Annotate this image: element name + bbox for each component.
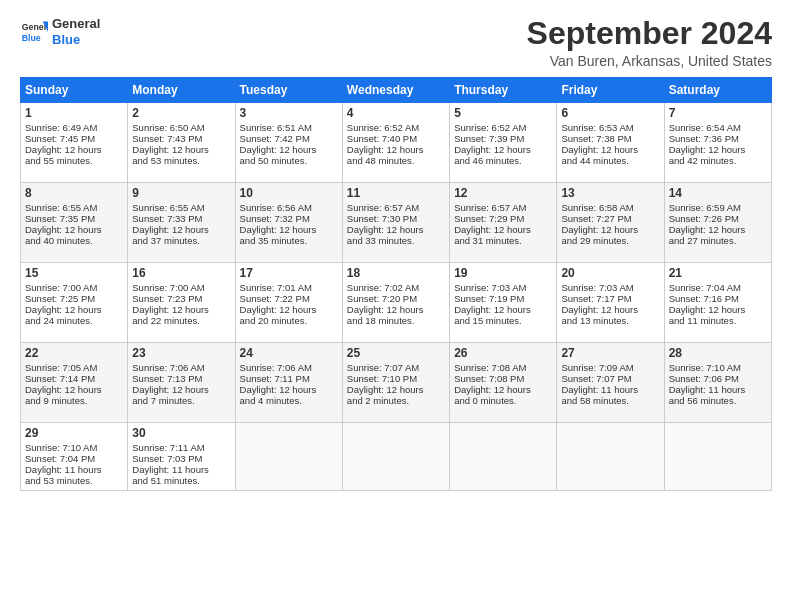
day-info: Daylight: 12 hours bbox=[132, 224, 230, 235]
table-row: 15Sunrise: 7:00 AMSunset: 7:25 PMDayligh… bbox=[21, 263, 128, 343]
day-number: 2 bbox=[132, 106, 230, 120]
day-info: Daylight: 12 hours bbox=[240, 304, 338, 315]
day-info: and 33 minutes. bbox=[347, 235, 445, 246]
day-info: Sunrise: 7:02 AM bbox=[347, 282, 445, 293]
day-number: 4 bbox=[347, 106, 445, 120]
day-info: Sunrise: 6:52 AM bbox=[347, 122, 445, 133]
day-info: Sunset: 7:43 PM bbox=[132, 133, 230, 144]
day-info: Sunset: 7:17 PM bbox=[561, 293, 659, 304]
location-title: Van Buren, Arkansas, United States bbox=[527, 53, 772, 69]
day-info: and 42 minutes. bbox=[669, 155, 767, 166]
table-row: 14Sunrise: 6:59 AMSunset: 7:26 PMDayligh… bbox=[664, 183, 771, 263]
day-info: Sunset: 7:13 PM bbox=[132, 373, 230, 384]
day-info: Sunset: 7:33 PM bbox=[132, 213, 230, 224]
day-info: Sunrise: 6:52 AM bbox=[454, 122, 552, 133]
day-info: Daylight: 12 hours bbox=[347, 224, 445, 235]
day-info: and 55 minutes. bbox=[25, 155, 123, 166]
day-info: and 7 minutes. bbox=[132, 395, 230, 406]
day-info: Sunrise: 7:10 AM bbox=[25, 442, 123, 453]
day-info: and 29 minutes. bbox=[561, 235, 659, 246]
table-row: 10Sunrise: 6:56 AMSunset: 7:32 PMDayligh… bbox=[235, 183, 342, 263]
day-number: 28 bbox=[669, 346, 767, 360]
day-info: Sunrise: 6:57 AM bbox=[454, 202, 552, 213]
table-row: 27Sunrise: 7:09 AMSunset: 7:07 PMDayligh… bbox=[557, 343, 664, 423]
day-number: 1 bbox=[25, 106, 123, 120]
day-info: and 31 minutes. bbox=[454, 235, 552, 246]
day-info: Daylight: 12 hours bbox=[454, 304, 552, 315]
day-number: 10 bbox=[240, 186, 338, 200]
day-info: and 51 minutes. bbox=[132, 475, 230, 486]
day-number: 12 bbox=[454, 186, 552, 200]
day-info: Sunset: 7:16 PM bbox=[669, 293, 767, 304]
day-info: Daylight: 12 hours bbox=[132, 144, 230, 155]
day-info: Daylight: 11 hours bbox=[132, 464, 230, 475]
day-info: Sunset: 7:04 PM bbox=[25, 453, 123, 464]
svg-text:Blue: Blue bbox=[22, 32, 41, 42]
day-info: Sunset: 7:06 PM bbox=[669, 373, 767, 384]
day-number: 8 bbox=[25, 186, 123, 200]
day-info: Sunrise: 6:57 AM bbox=[347, 202, 445, 213]
day-number: 24 bbox=[240, 346, 338, 360]
day-number: 17 bbox=[240, 266, 338, 280]
day-info: Daylight: 12 hours bbox=[347, 384, 445, 395]
day-info: Daylight: 12 hours bbox=[561, 304, 659, 315]
day-info: Daylight: 11 hours bbox=[669, 384, 767, 395]
day-info: Sunrise: 7:03 AM bbox=[561, 282, 659, 293]
day-info: Sunrise: 6:59 AM bbox=[669, 202, 767, 213]
table-row: 5Sunrise: 6:52 AMSunset: 7:39 PMDaylight… bbox=[450, 103, 557, 183]
day-info: Sunset: 7:23 PM bbox=[132, 293, 230, 304]
day-number: 27 bbox=[561, 346, 659, 360]
table-row: 25Sunrise: 7:07 AMSunset: 7:10 PMDayligh… bbox=[342, 343, 449, 423]
day-info: Sunset: 7:08 PM bbox=[454, 373, 552, 384]
day-info: Sunset: 7:11 PM bbox=[240, 373, 338, 384]
day-info: Sunrise: 6:50 AM bbox=[132, 122, 230, 133]
day-info: Daylight: 12 hours bbox=[132, 384, 230, 395]
day-number: 22 bbox=[25, 346, 123, 360]
header: General Blue General Blue September 2024… bbox=[20, 16, 772, 69]
day-info: Sunset: 7:32 PM bbox=[240, 213, 338, 224]
table-row bbox=[664, 423, 771, 491]
day-info: Sunrise: 7:00 AM bbox=[25, 282, 123, 293]
day-info: Daylight: 12 hours bbox=[25, 144, 123, 155]
table-row: 28Sunrise: 7:10 AMSunset: 7:06 PMDayligh… bbox=[664, 343, 771, 423]
day-info: Daylight: 12 hours bbox=[132, 304, 230, 315]
table-row bbox=[342, 423, 449, 491]
day-info: Daylight: 12 hours bbox=[561, 224, 659, 235]
day-info: and 46 minutes. bbox=[454, 155, 552, 166]
day-info: Sunset: 7:27 PM bbox=[561, 213, 659, 224]
day-info: Daylight: 11 hours bbox=[25, 464, 123, 475]
day-info: Sunset: 7:14 PM bbox=[25, 373, 123, 384]
day-info: Daylight: 12 hours bbox=[347, 144, 445, 155]
day-info: Daylight: 12 hours bbox=[454, 224, 552, 235]
day-info: Sunrise: 7:08 AM bbox=[454, 362, 552, 373]
table-row: 19Sunrise: 7:03 AMSunset: 7:19 PMDayligh… bbox=[450, 263, 557, 343]
day-info: Sunset: 7:07 PM bbox=[561, 373, 659, 384]
table-row: 30Sunrise: 7:11 AMSunset: 7:03 PMDayligh… bbox=[128, 423, 235, 491]
day-info: Sunset: 7:38 PM bbox=[561, 133, 659, 144]
day-info: Daylight: 12 hours bbox=[669, 304, 767, 315]
day-number: 20 bbox=[561, 266, 659, 280]
day-info: and 4 minutes. bbox=[240, 395, 338, 406]
day-info: Daylight: 12 hours bbox=[669, 144, 767, 155]
day-info: Sunrise: 6:53 AM bbox=[561, 122, 659, 133]
day-info: Daylight: 12 hours bbox=[240, 224, 338, 235]
page: General Blue General Blue September 2024… bbox=[0, 0, 792, 612]
day-info: Sunset: 7:03 PM bbox=[132, 453, 230, 464]
day-info: Daylight: 12 hours bbox=[240, 384, 338, 395]
day-info: and 27 minutes. bbox=[669, 235, 767, 246]
day-info: Sunrise: 7:01 AM bbox=[240, 282, 338, 293]
table-row: 8Sunrise: 6:55 AMSunset: 7:35 PMDaylight… bbox=[21, 183, 128, 263]
table-row: 18Sunrise: 7:02 AMSunset: 7:20 PMDayligh… bbox=[342, 263, 449, 343]
day-info: and 35 minutes. bbox=[240, 235, 338, 246]
logo-text: General Blue bbox=[52, 16, 100, 47]
day-info: Sunrise: 6:56 AM bbox=[240, 202, 338, 213]
day-number: 7 bbox=[669, 106, 767, 120]
day-info: Sunset: 7:40 PM bbox=[347, 133, 445, 144]
col-monday: Monday bbox=[128, 78, 235, 103]
calendar: Sunday Monday Tuesday Wednesday Thursday… bbox=[20, 77, 772, 491]
day-number: 5 bbox=[454, 106, 552, 120]
day-info: and 53 minutes. bbox=[25, 475, 123, 486]
table-row: 11Sunrise: 6:57 AMSunset: 7:30 PMDayligh… bbox=[342, 183, 449, 263]
day-info: Sunrise: 7:03 AM bbox=[454, 282, 552, 293]
table-row: 12Sunrise: 6:57 AMSunset: 7:29 PMDayligh… bbox=[450, 183, 557, 263]
